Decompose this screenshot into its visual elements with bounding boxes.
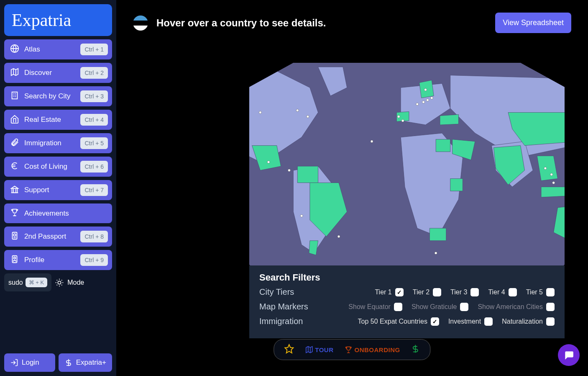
sidebar-item-discover[interactable]: Discover Ctrl + 2 — [4, 63, 112, 83]
trophy-icon — [345, 345, 353, 354]
filter-equator[interactable]: Show Equator — [348, 303, 402, 311]
svg-point-8 — [259, 111, 261, 114]
svg-point-19 — [426, 99, 429, 101]
passport-icon — [10, 231, 19, 242]
theme-mode-toggle[interactable]: Mode — [55, 278, 84, 287]
svg-point-10 — [307, 115, 309, 118]
star-icon[interactable] — [284, 344, 294, 355]
checkbox-icon[interactable] — [394, 303, 402, 311]
filter-tier-2[interactable]: Tier 2 — [413, 288, 441, 296]
svg-point-16 — [401, 119, 404, 122]
sidebar: Expatria Atlas Ctrl + 1 Discover Ctrl + … — [0, 0, 116, 376]
sidebar-item-profile[interactable]: Profile Ctrl + 9 — [4, 250, 112, 270]
login-label: Login — [22, 358, 39, 367]
checkbox-icon[interactable] — [433, 288, 441, 296]
pricing-icon[interactable] — [411, 344, 420, 355]
login-icon — [10, 358, 18, 367]
kbd-shortcut: Ctrl + 7 — [80, 184, 108, 196]
filter-tier-1[interactable]: Tier 1 — [375, 288, 403, 296]
kbd-shortcut: Ctrl + 4 — [80, 114, 108, 126]
expatria-plus-button[interactable]: Expatria+ — [59, 353, 112, 372]
sidebar-item-label: Profile — [24, 256, 44, 264]
filter-naturalization[interactable]: Naturalization — [502, 317, 555, 326]
sidebar-item-real-estate[interactable]: Real Estate Ctrl + 4 — [4, 110, 112, 130]
kbd-shortcut: ⌘ + K — [26, 278, 48, 287]
kbd-shortcut: Ctrl + 2 — [80, 67, 108, 79]
chat-fab[interactable] — [558, 344, 580, 366]
sidebar-item-atlas[interactable]: Atlas Ctrl + 1 — [4, 39, 112, 59]
svg-point-12 — [288, 169, 291, 172]
kbd-shortcut: Ctrl + 3 — [80, 90, 108, 102]
svg-point-26 — [552, 181, 555, 184]
svg-point-14 — [337, 235, 340, 238]
sidebar-item-label: Achievements — [24, 209, 69, 218]
svg-point-23 — [435, 252, 437, 254]
paperclip-icon — [10, 138, 19, 149]
svg-point-9 — [296, 109, 299, 112]
svg-point-17 — [416, 103, 419, 106]
svg-point-11 — [267, 161, 270, 163]
filter-american-cities[interactable]: Show American Cities — [478, 303, 555, 311]
view-spreadsheet-button[interactable]: View Spreadsheet — [495, 13, 571, 33]
sidebar-item-achievements[interactable]: Achievements — [4, 203, 112, 223]
sidebar-item-cost-of-living[interactable]: Cost of Living Ctrl + 6 — [4, 157, 112, 177]
sidebar-item-label: Search by City — [24, 92, 71, 100]
filter-investment[interactable]: Investment — [448, 317, 493, 326]
sidebar-item-label: 2nd Passport — [24, 232, 66, 241]
trophy-icon — [10, 208, 19, 219]
checkbox-icon[interactable] — [484, 317, 493, 326]
svg-rect-1 — [12, 92, 18, 99]
map-icon — [305, 345, 313, 354]
svg-point-3 — [13, 234, 16, 236]
filter-graticule[interactable]: Show Graticule — [412, 303, 469, 311]
sidebar-item-label: Atlas — [24, 45, 40, 54]
login-button[interactable]: Login — [4, 353, 55, 372]
sidebar-item-2nd-passport[interactable]: 2nd Passport Ctrl + 8 — [4, 227, 112, 247]
floating-toolbar: TOUR ONBOARDING — [274, 339, 430, 360]
sidebar-item-immigration[interactable]: Immigration Ctrl + 5 — [4, 133, 112, 153]
checkbox-icon[interactable] — [470, 288, 479, 296]
checkbox-icon[interactable] — [546, 303, 555, 311]
sidebar-item-label: Support — [24, 186, 49, 194]
search-filters-panel: Search Filters City Tiers Tier 1 Tier 2 … — [249, 265, 565, 338]
filter-row-label: City Tiers — [259, 287, 294, 297]
world-map[interactable] — [249, 63, 565, 265]
main-content: Hover over a country to see details. Vie… — [116, 0, 588, 376]
sudo-button[interactable]: sudo ⌘ + K — [4, 273, 51, 291]
checkbox-icon[interactable] — [460, 303, 468, 311]
svg-point-15 — [397, 115, 400, 118]
svg-point-5 — [14, 257, 16, 259]
svg-point-22 — [371, 140, 373, 143]
map-pin-icon — [10, 67, 19, 79]
mode-label: Mode — [67, 279, 84, 286]
checkbox-icon[interactable] — [509, 288, 517, 296]
sidebar-item-support[interactable]: Support Ctrl + 7 — [4, 180, 112, 200]
filter-row-label: Immigration — [259, 317, 303, 326]
bank-icon — [10, 185, 19, 196]
sidebar-item-label: Cost of Living — [24, 162, 67, 171]
svg-point-24 — [544, 167, 547, 170]
filter-top50[interactable]: Top 50 Expat Countries — [358, 317, 439, 326]
checkbox-icon[interactable] — [546, 317, 555, 326]
tour-button[interactable]: TOUR — [305, 345, 333, 354]
filter-tier-5[interactable]: Tier 5 — [526, 288, 555, 296]
home-icon — [10, 114, 19, 126]
checkbox-icon[interactable] — [546, 288, 555, 296]
kbd-shortcut: Ctrl + 9 — [80, 254, 108, 266]
svg-point-25 — [550, 173, 553, 176]
chat-icon — [563, 350, 574, 361]
sidebar-item-label: Real Estate — [24, 116, 61, 124]
checkbox-icon[interactable] — [395, 288, 404, 296]
onboarding-button[interactable]: ONBOARDING — [345, 345, 400, 354]
checkbox-icon[interactable] — [431, 317, 439, 326]
sudo-label: sudo — [8, 279, 23, 286]
globe-icon — [10, 44, 19, 55]
filter-tier-3[interactable]: Tier 3 — [450, 288, 479, 296]
filters-title: Search Filters — [259, 272, 555, 283]
estonia-flag-icon — [133, 15, 148, 31]
svg-point-6 — [58, 281, 61, 284]
kbd-shortcut: Ctrl + 1 — [80, 44, 108, 55]
filter-tier-4[interactable]: Tier 4 — [488, 288, 516, 296]
sidebar-item-search-city[interactable]: Search by City Ctrl + 3 — [4, 86, 112, 106]
app-logo: Expatria — [4, 4, 112, 36]
